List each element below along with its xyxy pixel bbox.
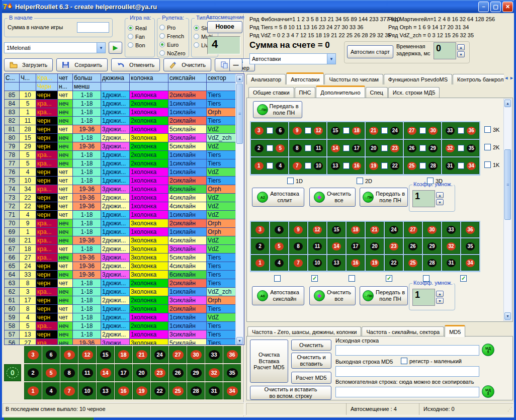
table-row[interactable]: 7434кра...чет19-363дюжи...1колонка6сикла…: [5, 185, 244, 194]
checkbox[interactable]: [349, 275, 355, 282]
resize-grip-icon[interactable]: ⋰: [507, 406, 513, 412]
column-header[interactable]: сикслайн: [168, 74, 207, 82]
board-cell-19[interactable]: 19: [133, 382, 150, 399]
start-sum-input[interactable]: [77, 22, 109, 33]
table-row[interactable]: 8015черннеч1-182дюжи...3колонка3сиклайнV…: [5, 134, 244, 142]
clear-all-button[interactable]: ◆Очистить все: [309, 286, 356, 305]
scroll-down-icon[interactable]: ▼: [504, 312, 511, 320]
board-cell-6[interactable]: 6: [42, 346, 60, 363]
split-checkbox-26-29[interactable]: [419, 145, 426, 151]
split-checkbox-15-18[interactable]: [343, 127, 350, 134]
column-header[interactable]: [5, 82, 20, 91]
minimize-button[interactable]: –: [478, 2, 489, 12]
table-row[interactable]: 8211черннеч1-181дюжи...2колонка2сиклайнT…: [5, 117, 244, 125]
roulette-option-nozero[interactable]: NoZero: [159, 49, 186, 57]
table-row[interactable]: 831кра...неч1-181дюжи...1колонка1сиклайн…: [5, 108, 244, 117]
board-cell-33[interactable]: 33: [205, 346, 223, 363]
board-cell-21[interactable]: 21: [133, 346, 150, 363]
checkbox[interactable]: ✓: [311, 275, 318, 282]
autospin-start-button[interactable]: Автоспин старт: [347, 45, 393, 58]
checkbox[interactable]: [484, 161, 491, 168]
dozen-check-1d[interactable]: 1D: [287, 178, 303, 184]
transfer-pn-button[interactable]: →ПНПередать в поле ПН: [360, 188, 408, 207]
tab-анализатор[interactable]: Анализатор: [246, 74, 286, 85]
column-header[interactable]: чет: [58, 74, 73, 82]
split-checkbox-13-16[interactable]: [343, 162, 350, 169]
board-cell-31[interactable]: 31: [205, 382, 223, 399]
table-row[interactable]: 6821кра...неч19-362дюжи...3колонка4сикла…: [5, 236, 244, 245]
column-header[interactable]: С...: [5, 74, 20, 82]
board-cell-17[interactable]: 17: [115, 364, 132, 381]
table-row[interactable]: 6433черннеч19-363дюжи...3колонка6сиклайн…: [5, 271, 244, 279]
sixline-check-4[interactable]: ✓: [386, 275, 392, 282]
table-scrollbar[interactable]: ▲ ▼: [235, 74, 244, 345]
board-cell-14[interactable]: 14: [97, 364, 114, 381]
scroll-up-icon[interactable]: ▲: [236, 75, 243, 82]
new-offset-button[interactable]: Новое: [207, 21, 242, 33]
table-row[interactable]: 6627кра...неч19-363дюжи...3колонка5сикла…: [5, 254, 244, 262]
column-header[interactable]: н...: [58, 82, 73, 91]
tab-автоставки[interactable]: Автоставки: [286, 72, 324, 85]
freq-tab-частота-zero-шансы-дюжины-колонки[interactable]: Частота - Zero, шансы, дюжины, колонки: [247, 326, 361, 337]
split-checkbox-8-11[interactable]: [305, 145, 311, 151]
column-header[interactable]: Кра...: [36, 74, 58, 82]
table-row[interactable]: 764чернчет1-181дюжи...1колонка1сиклайнVd…: [5, 168, 244, 177]
column-header[interactable]: [101, 82, 130, 91]
md5-calc-button[interactable]: Расчет MD5: [291, 372, 331, 384]
split-checkbox-33-36[interactable]: [458, 127, 464, 134]
panel-scrollbar[interactable]: ▲ ▼: [503, 99, 512, 321]
column-header[interactable]: дюжина: [101, 74, 130, 82]
spin-up-icon[interactable]: ▲: [457, 44, 465, 50]
table-row[interactable]: 714чернчет1-181дюжи...1колонка1сиклайнVd…: [5, 211, 244, 219]
checkbox[interactable]: [274, 275, 281, 282]
table-row[interactable]: 7222чернчет19-362дюжи...1колонка4сиклайн…: [5, 202, 244, 211]
table-row[interactable]: 6524чернчет19-362дюжи...3колонка4сиклайн…: [5, 262, 244, 271]
table-row[interactable]: 6718кра...чет1-182дюжи...3колонка3сиклай…: [5, 245, 244, 254]
chevron-down-icon[interactable]: ▼: [327, 54, 335, 64]
spin-down-icon[interactable]: ▼: [436, 199, 444, 205]
sixline-check-2[interactable]: ✓: [311, 275, 318, 282]
md5-output-input[interactable]: [335, 366, 479, 377]
board-cell-3[interactable]: 3: [24, 346, 42, 363]
maximize-button[interactable]: ▢: [490, 2, 501, 12]
subtab-дополнительно[interactable]: Дополнительно: [316, 86, 365, 98]
split-checkbox-25-28[interactable]: [419, 162, 426, 169]
split-checkbox-2-5[interactable]: [267, 145, 273, 151]
board-cell-8[interactable]: 8: [60, 364, 78, 381]
md5-icon[interactable]: МД 5: [482, 385, 494, 398]
spin-down-icon[interactable]: ▼: [436, 298, 444, 304]
register-checkbox[interactable]: [401, 358, 407, 364]
checkbox[interactable]: ✓: [386, 275, 392, 282]
sixline-check-3[interactable]: [349, 275, 355, 282]
column-header[interactable]: [168, 82, 207, 91]
очистить-button[interactable]: Очистить: [163, 58, 211, 71]
autobets-select[interactable]: Автоставки ▼: [249, 53, 336, 64]
table-row[interactable]: 691кра...неч1-181дюжи...1колонка1сиклайн…: [5, 228, 244, 236]
subtab-спец[interactable]: Спец: [366, 87, 388, 98]
table-row[interactable]: 608чернчет1-181дюжи...2колонка2сиклайнTi…: [5, 305, 244, 313]
clear-all-button[interactable]: ◆Очистить все: [309, 188, 356, 207]
column-header[interactable]: колонка: [130, 74, 168, 82]
checkbox[interactable]: [484, 144, 491, 150]
tab-scroll-right-icon[interactable]: ►: [509, 75, 514, 80]
split-checkbox-9-12[interactable]: [305, 127, 311, 134]
board-cell-16[interactable]: 16: [115, 382, 132, 399]
collapse-button[interactable]: —: [229, 58, 242, 71]
table-row[interactable]: 8510чернчет1-181дюжи...1колонка2сиклайнT…: [5, 91, 244, 100]
column-header[interactable]: менш: [73, 82, 101, 91]
split-checkbox-20-23[interactable]: [381, 145, 388, 151]
checkbox[interactable]: [427, 178, 434, 184]
game-option-real[interactable]: Real: [128, 24, 147, 32]
board-cell-20[interactable]: 20: [133, 364, 150, 381]
board-cell-2[interactable]: 2: [24, 364, 42, 381]
scroll-up-icon[interactable]: ▲: [504, 100, 511, 107]
table-scroll-thumb[interactable]: [236, 83, 243, 144]
tab-scroll-arrows[interactable]: ◄ ►: [504, 75, 514, 80]
table-row[interactable]: 7510чернчет1-181дюжи...1колонка2сиклайнT…: [5, 177, 244, 185]
sixline-check-1[interactable]: [274, 275, 281, 282]
tab-scroll-left-icon[interactable]: ◄: [504, 75, 508, 80]
table-row[interactable]: 6117черннеч1-182дюжи...2колонка3сиклайнO…: [5, 296, 244, 305]
board-cell-15[interactable]: 15: [97, 346, 114, 363]
отменить-button[interactable]: Отменить: [111, 58, 160, 71]
board-cell-24[interactable]: 24: [151, 346, 168, 363]
